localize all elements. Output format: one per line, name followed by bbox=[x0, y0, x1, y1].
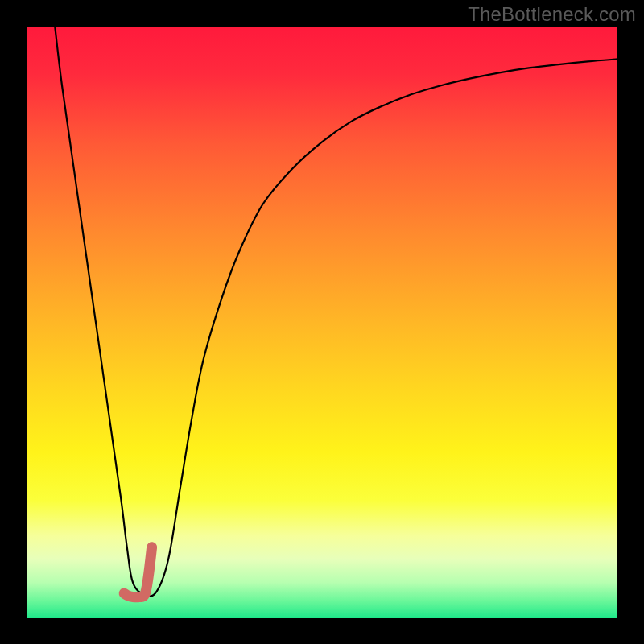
plot-background bbox=[27, 27, 617, 618]
watermark-label: TheBottleneck.com bbox=[468, 3, 636, 26]
bottleneck-chart bbox=[0, 0, 644, 644]
chart-frame: TheBottleneck.com bbox=[0, 0, 644, 644]
